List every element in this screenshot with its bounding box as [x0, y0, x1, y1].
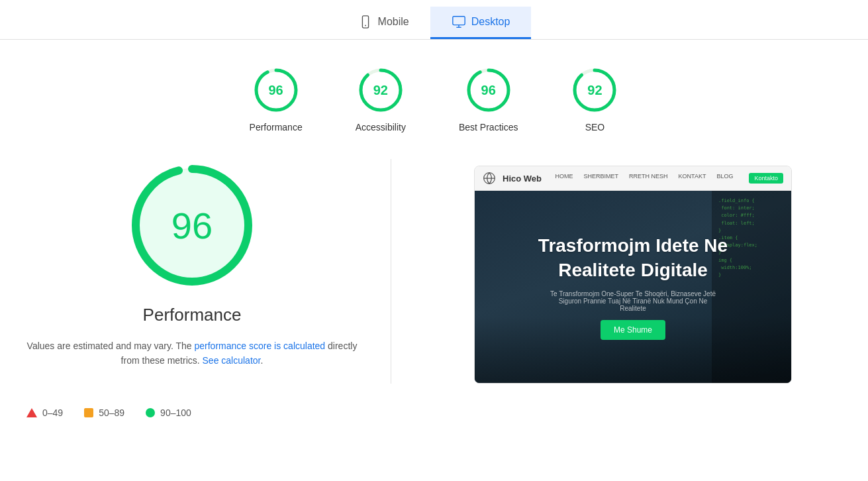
score-value-best-practices: 96	[481, 83, 496, 98]
legend-green: 90–100	[146, 407, 191, 418]
score-value-performance: 96	[269, 83, 283, 98]
see-calculator-link[interactable]: See calculator	[203, 355, 261, 366]
score-label-seo: SEO	[585, 122, 605, 133]
legend-red: 0–49	[26, 407, 63, 418]
headline-line2: Realitete Digitale	[558, 260, 708, 280]
tab-mobile-label: Mobile	[378, 16, 409, 28]
screenshot-body: .field_info { font: inter; color: #fff; …	[475, 191, 791, 383]
score-value-accessibility: 92	[373, 83, 388, 98]
legend-red-label: 0–49	[42, 407, 63, 418]
score-value-seo: 92	[587, 83, 602, 98]
screenshot-card: Hico Web HOME SHERBIMET RRETH NESH KONTA…	[474, 166, 792, 384]
desc-before: Values are estimated and may vary. The	[27, 341, 195, 351]
score-circle-performance: 96	[252, 66, 300, 114]
calc-link[interactable]: performance score is calculated	[195, 341, 326, 351]
main-content: 96 Performance Values are estimated and …	[0, 146, 868, 397]
screenshot-site-name: Hico Web	[503, 174, 542, 184]
svg-rect-2	[453, 17, 465, 25]
score-circle-accessibility: 92	[357, 66, 405, 114]
screenshot-nav: HOME SHERBIMET RRETH NESH KONTAKT BLOG K…	[555, 173, 783, 184]
tab-desktop-label: Desktop	[471, 16, 510, 28]
right-panel: Hico Web HOME SHERBIMET RRETH NESH KONTA…	[424, 159, 842, 384]
screenshot-body-overlay: Trasformojm Idete Ne Realitete Digitale …	[475, 191, 791, 383]
screenshot-cta-button: Kontakto	[749, 173, 783, 184]
tab-mobile[interactable]: Mobile	[337, 7, 430, 39]
main-score-value: 96	[171, 204, 213, 247]
scores-row: 96 Performance 92 Accessibility 96 Best …	[0, 40, 868, 146]
score-label-performance: Performance	[250, 122, 303, 133]
score-circle-seo: 92	[571, 66, 618, 114]
legend-row: 0–49 50–89 90–100	[0, 397, 868, 429]
vertical-divider	[391, 159, 391, 384]
score-seo: 92 SEO	[571, 66, 618, 133]
screenshot-header: Hico Web HOME SHERBIMET RRETH NESH KONTA…	[475, 166, 791, 191]
score-circle-best-practices: 96	[465, 66, 512, 114]
score-accessibility: 92 Accessibility	[356, 66, 406, 133]
legend-triangle-icon	[26, 408, 37, 417]
globe-icon	[483, 172, 496, 185]
headline-line1: Trasformojm Idete Ne	[538, 235, 728, 256]
score-label-best-practices: Best Practices	[459, 122, 518, 133]
legend-circle-icon	[146, 408, 155, 417]
score-label-accessibility: Accessibility	[356, 122, 406, 133]
main-score-circle: 96	[126, 159, 258, 292]
legend-orange: 50–89	[84, 407, 124, 418]
score-performance: 96 Performance	[250, 66, 303, 133]
legend-square-icon	[84, 408, 93, 417]
screenshot-subtext: Te Transformojm One-Super Te Shoqëri, Bi…	[550, 290, 716, 312]
legend-orange-label: 50–89	[99, 407, 124, 418]
tab-desktop[interactable]: Desktop	[430, 7, 532, 39]
screenshot-action-button: Me Shume	[601, 320, 665, 340]
perf-description: Values are estimated and may vary. The p…	[26, 339, 358, 368]
legend-green-label: 90–100	[160, 407, 191, 418]
left-panel: 96 Performance Values are estimated and …	[26, 159, 358, 368]
perf-title: Performance	[143, 305, 242, 325]
screenshot-headline: Trasformojm Idete Ne Realitete Digitale	[538, 234, 728, 282]
desc-after: .	[260, 355, 263, 366]
score-best-practices: 96 Best Practices	[459, 66, 518, 133]
tab-bar: Mobile Desktop	[0, 0, 868, 40]
